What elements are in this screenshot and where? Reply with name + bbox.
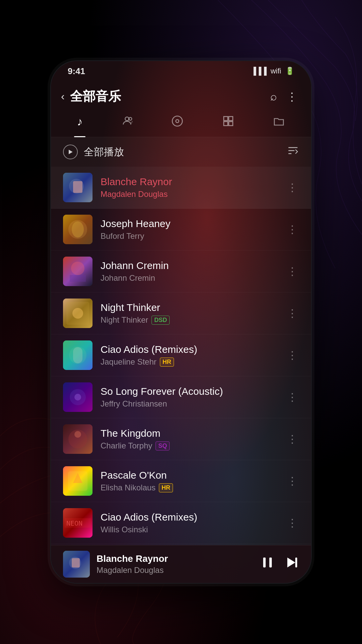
- tab-folders[interactable]: [266, 112, 292, 133]
- tab-bar: ♪: [51, 112, 311, 137]
- svg-point-2: [172, 116, 182, 126]
- song-artist-5: Jaqueline Stehr: [101, 357, 157, 367]
- tab-playlists[interactable]: [216, 112, 241, 133]
- header: ‹ 全部音乐 ⌕ ⋮: [51, 81, 311, 112]
- battery-icon: 🔋: [285, 67, 294, 75]
- header-right: ⌕ ⋮: [270, 90, 298, 103]
- song-thumbnail-5: [63, 340, 93, 370]
- song-item-6[interactable]: So Long Forever (Acoustic) Jeffry Christ…: [51, 376, 311, 418]
- status-bar: 9:41 ▐▐▐ wifi 🔋: [51, 61, 311, 81]
- svg-marker-8: [69, 150, 73, 154]
- svg-rect-45: [295, 557, 297, 567]
- badge-dsd-4: DSD: [152, 316, 170, 325]
- song-item-1[interactable]: Blanche Raynor Magdalen Douglas ⋮: [51, 167, 311, 209]
- songs-tab-icon: ♪: [77, 115, 83, 128]
- song-info-5: Ciao Adios (Remixes) Jaqueline Stehr HR: [101, 344, 286, 367]
- song-thumbnail-9: NEON: [63, 508, 93, 538]
- song-more-4[interactable]: ⋮: [286, 304, 299, 323]
- song-item-8[interactable]: Pascale O'Kon Elisha Nikolaus HR ⋮: [51, 460, 311, 502]
- svg-rect-42: [263, 557, 265, 567]
- song-thumbnail-6: [63, 382, 93, 412]
- song-item-9[interactable]: NEON Ciao Adios (Remixes) Willis Osinski…: [51, 502, 311, 544]
- tab-artists[interactable]: [115, 112, 139, 133]
- svg-rect-14: [73, 181, 82, 193]
- svg-point-17: [72, 221, 84, 237]
- play-all-icon: [63, 145, 78, 159]
- phone-shell: 9:41 ▐▐▐ wifi 🔋 ‹ 全部音乐 ⌕ ⋮ ♪: [50, 60, 312, 584]
- play-all-bar[interactable]: 全部播放: [51, 137, 311, 167]
- song-more-9[interactable]: ⋮: [286, 513, 299, 533]
- song-thumbnail-2: [63, 215, 93, 244]
- svg-rect-26: [73, 347, 82, 363]
- song-item-4[interactable]: Night Thinker Night Thinker DSD ⋮: [51, 292, 311, 334]
- song-info-4: Night Thinker Night Thinker DSD: [101, 302, 286, 325]
- song-thumbnail-7: [63, 424, 93, 454]
- pause-button[interactable]: [260, 555, 275, 573]
- song-thumbnail-1: [63, 173, 93, 202]
- song-list: Blanche Raynor Magdalen Douglas ⋮: [51, 167, 311, 545]
- tab-songs[interactable]: ♪: [70, 112, 89, 133]
- page-title: 全部音乐: [70, 88, 121, 105]
- now-playing-artist: Magdalen Douglas: [97, 566, 253, 575]
- play-all-left: 全部播放: [63, 145, 124, 159]
- song-artist-8: Elisha Nikolaus: [101, 483, 156, 492]
- song-more-7[interactable]: ⋮: [286, 429, 299, 449]
- svg-point-1: [129, 117, 132, 120]
- skip-next-button[interactable]: [284, 555, 299, 573]
- tab-albums[interactable]: [165, 112, 190, 133]
- song-more-2[interactable]: ⋮: [286, 220, 299, 239]
- song-artist-7: Charlie Torphy: [101, 441, 152, 450]
- now-playing-thumbnail: [63, 551, 90, 578]
- search-icon[interactable]: ⌕: [270, 90, 277, 103]
- badge-hr-5: HR: [160, 358, 174, 367]
- song-item-2[interactable]: Joseph Heaney Buford Terry ⋮: [51, 209, 311, 251]
- badge-hr-8: HR: [159, 483, 173, 492]
- song-item-3[interactable]: Johann Cremin Johann Cremin ⋮: [51, 251, 311, 292]
- song-more-5[interactable]: ⋮: [286, 345, 299, 365]
- song-more-6[interactable]: ⋮: [286, 387, 299, 407]
- song-item-7[interactable]: The Kingdom Charlie Torphy SQ ⋮: [51, 418, 311, 460]
- back-button[interactable]: ‹: [61, 90, 65, 103]
- svg-text:NEON: NEON: [66, 519, 82, 527]
- svg-point-0: [125, 117, 129, 121]
- song-more-8[interactable]: ⋮: [286, 471, 299, 491]
- song-artist-3: Johann Cremin: [101, 273, 155, 283]
- wifi-icon: wifi: [270, 67, 281, 75]
- now-playing-info: Blanche Raynor Magdalen Douglas: [97, 553, 253, 575]
- song-title-9: Ciao Adios (Remixes): [101, 512, 286, 523]
- svg-rect-7: [229, 122, 233, 126]
- svg-point-32: [74, 431, 81, 438]
- play-all-label: 全部播放: [84, 145, 124, 159]
- song-thumbnail-8: [63, 466, 93, 496]
- song-artist-1: Magdalen Douglas: [101, 190, 168, 199]
- sort-icon[interactable]: [287, 145, 299, 159]
- svg-rect-4: [224, 117, 228, 121]
- folders-tab-icon: [273, 115, 285, 130]
- header-left: ‹ 全部音乐: [61, 88, 121, 105]
- song-info-8: Pascale O'Kon Elisha Nikolaus HR: [101, 470, 286, 492]
- svg-rect-41: [72, 558, 80, 568]
- song-artist-4: Night Thinker: [101, 315, 148, 325]
- song-item-5[interactable]: Ciao Adios (Remixes) Jaqueline Stehr HR …: [51, 334, 311, 376]
- signal-icon: ▐▐▐: [251, 67, 266, 75]
- song-more-1[interactable]: ⋮: [286, 178, 299, 197]
- song-info-7: The Kingdom Charlie Torphy SQ: [101, 428, 286, 450]
- svg-point-29: [74, 394, 81, 400]
- song-info-3: Johann Cremin Johann Cremin: [101, 260, 286, 283]
- svg-rect-6: [224, 122, 228, 126]
- svg-point-23: [72, 308, 83, 319]
- svg-marker-44: [287, 557, 295, 567]
- more-options-icon[interactable]: ⋮: [286, 90, 298, 103]
- song-more-3[interactable]: ⋮: [286, 262, 299, 281]
- song-info-2: Joseph Heaney Buford Terry: [101, 218, 286, 241]
- svg-rect-5: [229, 117, 233, 121]
- song-title-6: So Long Forever (Acoustic): [101, 386, 286, 397]
- now-playing-bar[interactable]: Blanche Raynor Magdalen Douglas: [51, 545, 311, 583]
- svg-rect-20: [70, 275, 86, 282]
- song-title-4: Night Thinker: [101, 302, 286, 313]
- artists-tab-icon: [121, 115, 133, 126]
- svg-rect-43: [269, 557, 272, 567]
- playlists-tab-icon: [222, 115, 234, 130]
- now-playing-title: Blanche Raynor: [97, 553, 253, 564]
- song-info-1: Blanche Raynor Magdalen Douglas: [101, 176, 286, 199]
